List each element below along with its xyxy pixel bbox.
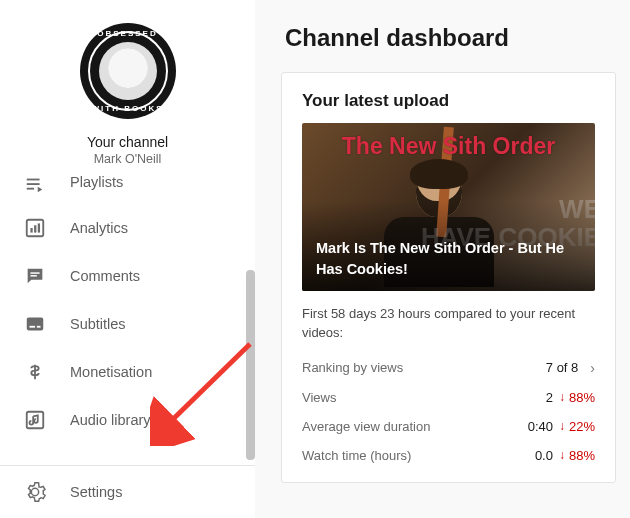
stat-value: 2 (546, 390, 553, 405)
stat-value: 7 of 8 (546, 360, 579, 375)
svg-rect-7 (30, 272, 39, 273)
svg-rect-6 (38, 223, 40, 232)
scrollbar-thumb[interactable] (246, 270, 255, 460)
your-channel-label: Your channel (0, 134, 255, 150)
svg-rect-4 (30, 228, 32, 233)
avatar[interactable]: OBSESSED WITH BOOKS (73, 16, 183, 126)
svg-rect-11 (37, 326, 41, 328)
sidebar-item-label: Audio library (70, 412, 151, 428)
sidebar-nav: Playlists Analytics Comments Subtitles (0, 174, 255, 461)
down-arrow-icon: ↓ (559, 419, 565, 433)
page-title: Channel dashboard (285, 24, 630, 52)
stat-label: Watch time (hours) (302, 448, 535, 463)
stat-delta: 88% (569, 448, 595, 463)
subtitles-icon (24, 313, 46, 335)
sidebar-item-analytics[interactable]: Analytics (0, 204, 255, 252)
compare-text: First 58 days 23 hours compared to your … (302, 305, 595, 343)
monetise-icon (24, 361, 46, 383)
sidebar-item-audio-library[interactable]: Audio library (0, 396, 255, 444)
svg-rect-0 (27, 179, 40, 181)
stat-row-ranking[interactable]: Ranking by views 7 of 8 › (302, 353, 595, 383)
sidebar-item-label: Monetisation (70, 364, 152, 380)
channel-owner-name: Mark O'Neill (0, 152, 255, 166)
sidebar-item-settings[interactable]: Settings (0, 466, 255, 518)
down-arrow-icon: ↓ (559, 448, 565, 462)
sidebar-item-label: Analytics (70, 220, 128, 236)
down-arrow-icon: ↓ (559, 390, 565, 404)
svg-rect-2 (27, 188, 34, 190)
page-title-bar: Channel dashboard (255, 0, 630, 68)
video-thumbnail[interactable]: The New Sith Order WE HAVE COOKIE Mark I… (302, 123, 595, 291)
stat-label: Average view duration (302, 419, 528, 434)
stat-label: Ranking by views (302, 360, 546, 375)
stat-row-watch-time: Watch time (hours) 0.0 ↓ 88% (302, 441, 595, 470)
stat-value: 0.0 (535, 448, 553, 463)
sidebar-item-label: Settings (70, 484, 122, 500)
sidebar-item-label: Subtitles (70, 316, 126, 332)
comments-icon (24, 265, 46, 287)
sidebar: OBSESSED WITH BOOKS Your channel Mark O'… (0, 0, 255, 518)
stat-label: Views (302, 390, 546, 405)
channel-header: OBSESSED WITH BOOKS Your channel Mark O'… (0, 0, 255, 174)
stat-row-avg-duration: Average view duration 0:40 ↓ 22% (302, 412, 595, 441)
card-heading: Your latest upload (302, 91, 595, 111)
analytics-icon (24, 217, 46, 239)
stat-value: 0:40 (528, 419, 553, 434)
sidebar-item-label: Comments (70, 268, 140, 284)
sidebar-item-label: Playlists (70, 174, 123, 190)
sidebar-item-playlists[interactable]: Playlists (0, 174, 255, 204)
latest-upload-card: Your latest upload The New Sith Order WE… (281, 72, 616, 483)
stat-delta: 88% (569, 390, 595, 405)
svg-rect-1 (27, 183, 40, 185)
thumbnail-title-overlay: The New Sith Order (302, 133, 595, 160)
sidebar-item-subtitles[interactable]: Subtitles (0, 300, 255, 348)
svg-rect-9 (27, 318, 44, 331)
avatar-bottom-text: WITH BOOKS (92, 104, 164, 113)
stat-delta: 22% (569, 419, 595, 434)
sidebar-item-monetisation[interactable]: Monetisation (0, 348, 255, 396)
gear-icon (24, 481, 46, 503)
svg-rect-10 (30, 326, 36, 328)
stat-row-views: Views 2 ↓ 88% (302, 383, 595, 412)
thumbnail-caption: Mark Is The New Sith Order - But He Has … (316, 238, 581, 279)
chevron-right-icon: › (590, 360, 595, 376)
svg-rect-5 (34, 225, 36, 232)
svg-rect-8 (30, 275, 36, 276)
main-area: Channel dashboard Your latest upload The… (255, 0, 630, 518)
audio-icon (24, 409, 46, 431)
sidebar-item-comments[interactable]: Comments (0, 252, 255, 300)
playlist-icon (24, 174, 46, 196)
